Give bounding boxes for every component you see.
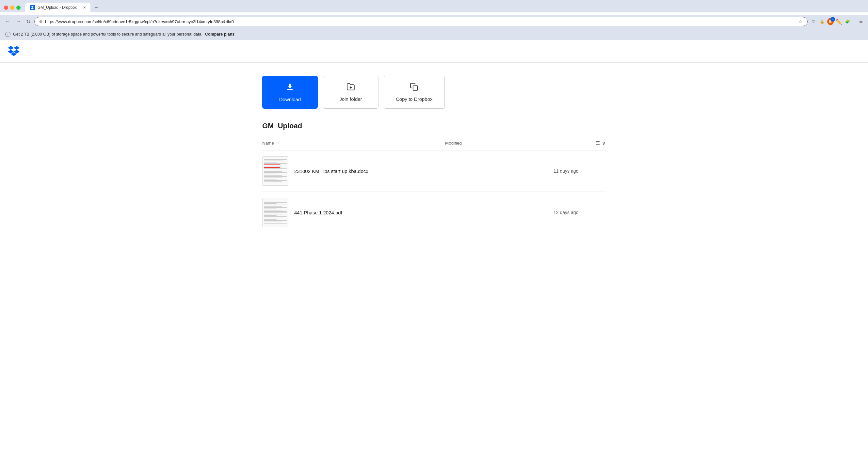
close-window-button[interactable] bbox=[4, 5, 8, 10]
join-folder-label: Join folder bbox=[339, 96, 362, 102]
file-thumbnail bbox=[262, 156, 288, 186]
compare-plans-link[interactable]: Compare plans bbox=[205, 32, 235, 37]
dropbox-logo[interactable] bbox=[8, 45, 860, 57]
file-modified: 12 days ago bbox=[554, 210, 606, 215]
file-list-header: Name ↑ Modified ☰ ∨ bbox=[262, 140, 606, 151]
doc-preview bbox=[262, 198, 288, 227]
info-icon: i bbox=[5, 32, 10, 37]
active-tab[interactable]: GM_Upload - Dropbox ✕ bbox=[25, 3, 90, 12]
file-name[interactable]: 231002 KM Tips start up kba.docx bbox=[294, 168, 548, 174]
back-button[interactable]: ← bbox=[4, 17, 12, 26]
download-icon bbox=[285, 82, 294, 93]
shield-icon[interactable]: 🛡 bbox=[810, 18, 817, 25]
minimize-window-button[interactable] bbox=[10, 5, 14, 10]
browser-extensions: 🛡 🔒 B 6 ✏️ 🧩 ☰ bbox=[810, 18, 864, 25]
file-modified: 11 days ago bbox=[554, 168, 606, 174]
menu-icon[interactable]: ☰ bbox=[858, 18, 864, 25]
browser-chrome: GM_Upload - Dropbox ✕ + bbox=[0, 0, 868, 12]
tab-title: GM_Upload - Dropbox bbox=[37, 5, 77, 10]
file-name[interactable]: 441 Phase 1 2024.pdf bbox=[294, 210, 548, 215]
table-row[interactable]: 441 Phase 1 2024.pdf 12 days ago bbox=[262, 192, 606, 233]
tab-close-button[interactable]: ✕ bbox=[83, 5, 86, 10]
secure-icon: ⊕ bbox=[39, 19, 42, 24]
modified-column-header: Modified bbox=[445, 141, 497, 145]
tab-bar: GM_Upload - Dropbox ✕ + bbox=[4, 3, 864, 12]
page-content: Download Join folder bbox=[0, 40, 868, 236]
dropbox-header bbox=[0, 40, 868, 63]
extensions-icon[interactable]: 🧩 bbox=[844, 18, 851, 25]
view-chevron-icon: ∨ bbox=[602, 140, 606, 146]
svg-rect-3 bbox=[413, 86, 418, 90]
bookmark-icon[interactable]: ☆ bbox=[799, 19, 803, 24]
copy-to-dropbox-button[interactable]: Copy to Dropbox bbox=[384, 76, 445, 109]
promo-text: Get 2 TB (2,000 GB) of storage space and… bbox=[13, 32, 203, 37]
profile-icon[interactable]: B 6 bbox=[827, 18, 834, 25]
name-column-header[interactable]: Name ↑ bbox=[262, 141, 278, 145]
address-bar[interactable]: ⊕ https://www.dropbox.com/scl/fo/x69cdna… bbox=[34, 17, 808, 26]
divider bbox=[854, 18, 854, 25]
folder-title: GM_Upload bbox=[262, 122, 606, 130]
table-row[interactable]: 231002 KM Tips start up kba.docx 11 days… bbox=[262, 151, 606, 192]
copy-to-dropbox-label: Copy to Dropbox bbox=[396, 96, 433, 102]
view-toggle[interactable]: ☰ ∨ bbox=[595, 140, 606, 146]
file-thumbnail bbox=[262, 198, 288, 227]
tab-favicon bbox=[30, 5, 35, 10]
url-display: https://www.dropbox.com/scl/fo/x69cdnave… bbox=[45, 19, 796, 24]
forward-button[interactable]: → bbox=[14, 17, 22, 26]
reload-button[interactable]: ↻ bbox=[25, 17, 32, 26]
list-view-icon: ☰ bbox=[595, 140, 600, 146]
address-bar-row: ← → ↻ ⊕ https://www.dropbox.com/scl/fo/x… bbox=[0, 15, 868, 29]
copy-to-dropbox-icon bbox=[410, 82, 418, 93]
traffic-lights bbox=[4, 5, 21, 10]
sort-arrow-icon: ↑ bbox=[276, 141, 278, 145]
join-folder-icon bbox=[346, 82, 355, 93]
dropbox-logo-icon bbox=[8, 45, 20, 57]
main-area: Download Join folder bbox=[254, 63, 614, 233]
download-label: Download bbox=[279, 97, 301, 102]
download-button[interactable]: Download bbox=[262, 76, 318, 109]
join-folder-button[interactable]: Join folder bbox=[323, 76, 378, 109]
new-tab-button[interactable]: + bbox=[92, 3, 100, 12]
doc-preview bbox=[262, 157, 288, 185]
promo-banner: i Get 2 TB (2,000 GB) of storage space a… bbox=[0, 29, 868, 40]
pencil-icon[interactable]: ✏️ bbox=[836, 18, 842, 25]
action-buttons: Download Join folder bbox=[262, 76, 606, 109]
security-icon[interactable]: 🔒 bbox=[819, 18, 825, 25]
fullscreen-window-button[interactable] bbox=[16, 5, 21, 10]
